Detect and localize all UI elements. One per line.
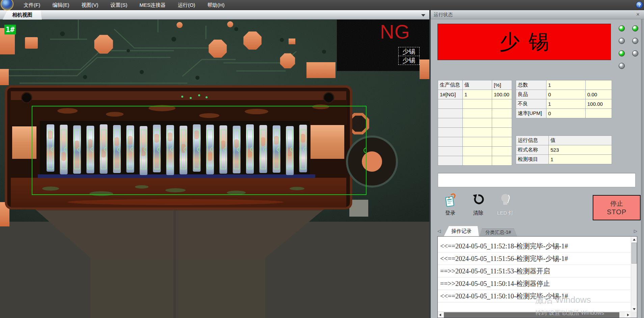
fiducial-hole (347, 137, 397, 187)
production-header-cell: [%] (492, 80, 512, 90)
camera-scene (0, 20, 429, 318)
production-cell (438, 99, 463, 109)
production-cell (438, 147, 463, 156)
scrollbar-corner (630, 312, 637, 318)
status-light-off (632, 38, 638, 44)
alarm-banner: 少锡 (437, 24, 611, 60)
status-light-off (619, 63, 625, 69)
id-badge-icon (444, 193, 457, 208)
production-cell (438, 109, 463, 118)
stop-label-en: STOP (607, 208, 626, 216)
message-box (438, 173, 636, 187)
run-info-header-cell: 运行信息 (516, 136, 549, 145)
menu-item[interactable]: 设置(S) (104, 0, 133, 10)
panel-title: 运行状态 (434, 12, 453, 17)
log-entry: <<==2024-05-05_11:50:10-检测完毕-少锡-1# (438, 290, 630, 302)
run-info-cell: 程式名称 (516, 145, 549, 155)
stats-cell: 0 (546, 90, 586, 99)
stats-row: 总数1 (516, 80, 612, 90)
stats-cell: 速率[UPM] (516, 109, 546, 118)
production-row (438, 156, 512, 166)
production-cell (463, 128, 492, 137)
clear-button[interactable]: 清除 (466, 193, 490, 221)
clear-label: 清除 (466, 210, 490, 216)
production-row (438, 128, 512, 137)
log-entry: ==>>2024-05-05_11:51:53-检测器开启 (438, 265, 630, 277)
camera-tab-bar: 相机视图 (0, 10, 429, 20)
production-cell (492, 128, 512, 137)
tab-classification-summary[interactable]: 分类汇总-1# (479, 227, 517, 236)
production-cell (492, 137, 512, 147)
camera-viewport[interactable]: 1# NG 少锡少锡 (0, 20, 429, 318)
production-header-cell: 生产信息 (438, 80, 463, 90)
inspection-result-text: NG (380, 20, 410, 43)
horizontal-scrollbar[interactable] (438, 312, 631, 318)
help-icon[interactable]: ? (636, 1, 643, 8)
scroll-right-button[interactable] (625, 312, 631, 318)
menu-item[interactable]: 视图(V) (75, 0, 104, 10)
status-light-on (619, 25, 625, 31)
production-cell: 100.00 (492, 90, 512, 99)
stats-cell: 0.00 (586, 90, 612, 99)
production-row (438, 109, 512, 118)
scroll-up-button[interactable] (631, 237, 637, 242)
app-logo-icon (1, 0, 14, 10)
scroll-left-button[interactable] (438, 312, 444, 318)
production-cell (438, 118, 463, 128)
chevron-down-icon[interactable] (421, 14, 425, 17)
production-row: 1#[NG]1100.00 (438, 90, 512, 99)
production-cell (438, 128, 463, 137)
bulb-icon (499, 193, 512, 208)
tab-scroll-right-icon[interactable]: ▷ (634, 228, 637, 234)
tab-operation-log[interactable]: 操作记录 (444, 226, 479, 236)
menu-item[interactable]: MES连接器 (133, 0, 172, 10)
tab-scroll-left-icon[interactable]: ◁ (437, 228, 441, 234)
production-cell (438, 137, 463, 147)
led-label: LED 灯 (493, 210, 517, 216)
menu-items: 文件(F)编辑(E)视图(V)设置(S)MES连接器运行(O)帮助(H) (18, 0, 644, 10)
status-light-off (619, 38, 625, 44)
production-cell: 1 (463, 90, 492, 99)
menu-item[interactable]: 文件(F) (18, 0, 46, 10)
login-button[interactable]: 登录 (438, 193, 462, 221)
stats-row: 良品00.00 (516, 90, 612, 99)
run-info-cell: 检测项目 (516, 155, 549, 164)
stats-table: 总数1良品00.00不良1100.00速率[UPM]0 (516, 80, 612, 118)
production-cell (463, 99, 492, 109)
log-entries: <<==2024-05-05_11:52:18-检测完毕-少锡-1#<<==20… (438, 240, 630, 302)
app-window: 文件(F)编辑(E)视图(V)设置(S)MES连接器运行(O)帮助(H) ? 相… (0, 0, 644, 318)
refresh-icon (472, 193, 485, 208)
production-row (438, 147, 512, 156)
defect-label: 少锡 (398, 47, 420, 56)
tab-camera-view[interactable]: 相机视图 (3, 10, 42, 20)
vertical-scrollbar-thumb[interactable] (632, 243, 637, 264)
production-cell (463, 118, 492, 128)
production-cell (438, 156, 463, 166)
log-entry: <<==2024-05-05_11:51:56-检测完毕-少锡-1# (438, 252, 630, 265)
run-info-row: 检测项目1 (516, 155, 612, 164)
menu-item[interactable]: 帮助(H) (201, 0, 231, 10)
stop-button[interactable]: 停止 STOP (593, 195, 641, 220)
menu-item[interactable]: 运行(O) (172, 0, 202, 10)
production-cell (492, 99, 512, 109)
station-badge: 1# (4, 25, 16, 34)
horizontal-scrollbar-thumb[interactable] (444, 312, 619, 318)
menu-item[interactable]: 编辑(E) (46, 0, 75, 10)
run-info-row: 程式名称523 (516, 145, 612, 155)
panel-title-bar: 运行状态 × (431, 10, 644, 19)
stats-cell: 1 (546, 99, 586, 109)
production-cell (463, 109, 492, 118)
led-button[interactable]: LED 灯 (493, 193, 517, 221)
scroll-down-button[interactable] (631, 306, 637, 312)
production-cell (492, 156, 512, 166)
log-entry: <<==2024-05-05_11:52:18-检测完毕-少锡-1# (438, 240, 630, 252)
defect-labels: 少锡少锡 (398, 47, 420, 65)
stats-row: 不良1100.00 (516, 99, 612, 109)
close-icon[interactable]: × (635, 10, 641, 19)
stats-cell: 1 (546, 80, 586, 90)
log-entry: ==>>2024-05-05_11:50:14-检测器停止 (438, 277, 630, 290)
defect-label: 少锡 (398, 56, 420, 65)
production-row (438, 137, 512, 147)
stats-cell: 不良 (516, 99, 546, 109)
vertical-scrollbar[interactable] (631, 237, 637, 312)
